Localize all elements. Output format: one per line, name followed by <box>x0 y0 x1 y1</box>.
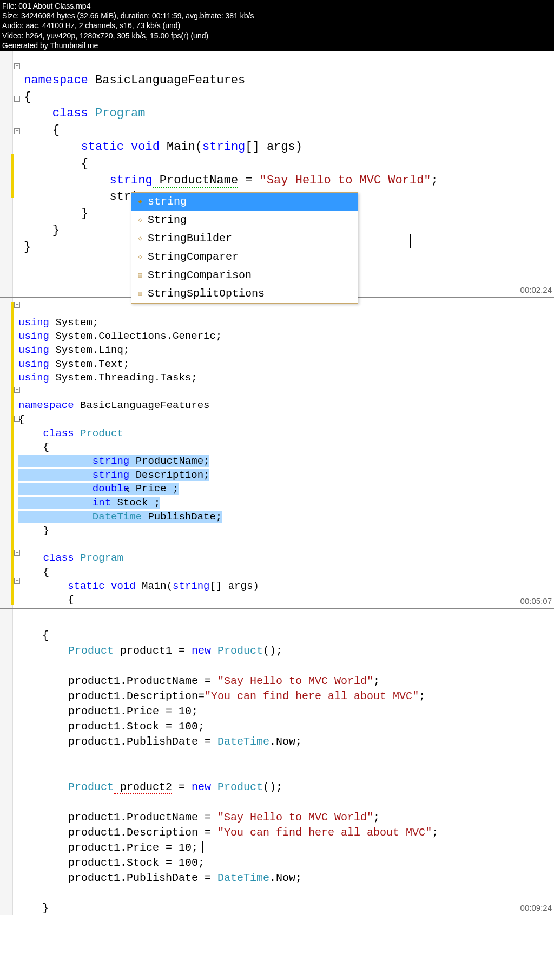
intellisense-item[interactable]: ▤StringComparison <box>131 266 358 285</box>
meta-video: Video: h264, yuv420p, 1280x720, 305 kb/s… <box>2 31 552 41</box>
class-icon: ◇ <box>136 216 144 225</box>
intellisense-label: String <box>148 213 187 228</box>
field: Stock ; <box>111 497 160 509</box>
semi: ; <box>431 174 438 187</box>
stmt: product1.Stock = 100; <box>68 857 205 869</box>
intellisense-label: StringComparison <box>148 268 252 283</box>
intellisense-item[interactable]: ▤StringSplitOptions <box>131 285 358 303</box>
string-literal: "Say Hello to MVC World" <box>217 675 373 687</box>
var: ProductName <box>153 174 238 188</box>
stmt: product1.Price = 10; <box>68 841 198 854</box>
kw: class <box>43 427 74 439</box>
brace: } <box>43 524 49 536</box>
field: Price ; <box>129 483 179 495</box>
stmt: product1.Description= <box>68 690 205 702</box>
kw: new <box>192 644 211 657</box>
stmt: product1.ProductName = <box>68 811 217 824</box>
field: PublishDate; <box>142 511 222 523</box>
stmt: .Now; <box>269 735 302 748</box>
stmt: product1.Price = 10; <box>68 705 198 718</box>
meta-file: File: 001 About Class.mp4 <box>2 1 552 11</box>
kw: namespace <box>24 74 88 87</box>
kw: using <box>18 358 49 370</box>
class-name: Program <box>88 107 146 120</box>
ns-name: BasicLanguageFeatures <box>74 399 210 411</box>
eq: = <box>172 781 192 793</box>
string-literal: "You can find here all about MVC" <box>205 690 419 702</box>
meta-gen: Generated by Thumbnail me <box>2 41 552 50</box>
var: product1 = <box>114 644 192 657</box>
class-name: Program <box>74 552 123 564</box>
brace: { <box>43 441 49 453</box>
timestamp: 00:09:24 <box>520 902 552 913</box>
brace: } <box>81 207 88 220</box>
brace: { <box>43 566 49 578</box>
intellisense-label: StringSplitOptions <box>148 286 265 301</box>
ns: System.Linq; <box>49 344 129 356</box>
kw: string <box>173 580 209 592</box>
semi: ; <box>373 675 380 687</box>
paren: (); <box>263 781 282 793</box>
brace: { <box>68 594 74 606</box>
kw: string <box>109 174 152 187</box>
code-area[interactable]: using System; using System.Collections.G… <box>0 302 554 621</box>
stmt: product1.ProductName = <box>68 675 217 687</box>
selection: string ProductName; string Description; … <box>18 455 222 523</box>
string-literal: "Say Hello to MVC World" <box>217 811 373 824</box>
code-area[interactable]: { Product product1 = new Product(); prod… <box>0 613 554 915</box>
kw: int <box>93 497 111 509</box>
intellisense-item[interactable]: ◇StringComparer <box>131 248 358 266</box>
brace: { <box>81 157 88 170</box>
main: Main( <box>160 140 202 154</box>
kw: class <box>43 552 74 564</box>
brace: { <box>42 629 49 642</box>
kw: new <box>192 781 211 793</box>
ns: System; <box>49 317 98 328</box>
code-panel-3: { Product product1 = new Product(); prod… <box>0 609 554 915</box>
brace: } <box>52 223 60 237</box>
struct-icon: ◆ <box>136 198 144 206</box>
intellisense-popup[interactable]: ◆string◇String◇StringBuilder◇StringCompa… <box>131 192 358 304</box>
paren: (); <box>263 644 282 657</box>
kw: using <box>18 344 49 356</box>
var-with-warning: product2 <box>114 781 172 794</box>
stmt: product1.PublishDate = <box>68 872 217 884</box>
intellisense-item[interactable]: ◇String <box>131 211 358 229</box>
brace: } <box>24 240 31 254</box>
kw: string <box>202 140 245 154</box>
meta-audio: Audio: aac, 44100 Hz, 2 channels, s16, 7… <box>2 21 552 30</box>
intellisense-item[interactable]: ◆string <box>131 193 358 211</box>
kw: double <box>93 483 129 495</box>
field: Description; <box>129 469 209 481</box>
kw: string <box>93 455 129 467</box>
ctor: Product <box>211 644 263 657</box>
semi: ; <box>432 826 438 839</box>
enum-icon: ▤ <box>136 290 144 298</box>
editor-caret-indicator <box>410 234 411 248</box>
args: [] args) <box>245 140 302 154</box>
kw: using <box>18 317 49 328</box>
intellisense-label: StringBuilder <box>148 231 232 246</box>
field: ProductName; <box>129 455 209 467</box>
ns: System.Threading.Tasks; <box>49 372 197 384</box>
ctor: Product <box>211 781 263 793</box>
semi: ; <box>419 690 425 702</box>
intellisense-label: string <box>148 194 187 209</box>
string-literal: "Say Hello to MVC World" <box>260 174 431 187</box>
intellisense-item[interactable]: ◇StringBuilder <box>131 229 358 248</box>
kw: void <box>124 140 160 154</box>
kw: using <box>18 372 49 384</box>
stmt: .Now; <box>269 872 302 884</box>
ns-name: BasicLanguageFeatures <box>88 74 245 87</box>
intellisense-label: StringComparer <box>148 249 239 265</box>
kw: class <box>52 107 88 120</box>
editor-caret-indicator <box>202 841 203 853</box>
stmt: product1.PublishDate = <box>68 735 217 748</box>
stmt: product1.Description = <box>68 826 217 839</box>
code-panel-2: − − − − − using System; using System.Col… <box>0 298 554 609</box>
kw: static <box>81 140 124 154</box>
brace: { <box>24 90 31 104</box>
kw: using <box>18 330 49 342</box>
type: DateTime <box>217 872 269 884</box>
stmt: product1.Stock = 100; <box>68 720 205 733</box>
